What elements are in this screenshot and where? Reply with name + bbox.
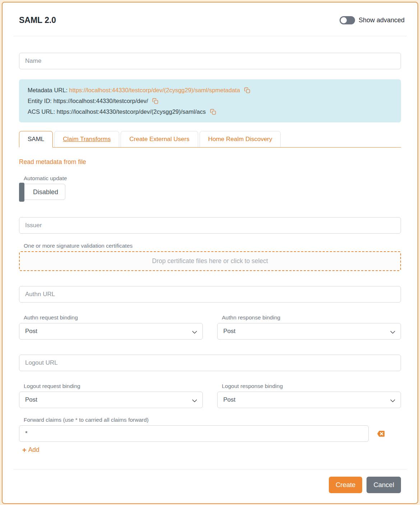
metadata-url-label: Metadata URL: bbox=[28, 87, 67, 93]
page-title: SAML 2.0 bbox=[19, 15, 56, 25]
certificate-dropzone[interactable]: Drop certificate files here or click to … bbox=[19, 251, 401, 271]
authn-response-binding-label: Authn response binding bbox=[222, 314, 401, 321]
automatic-update-state: Disabled bbox=[33, 188, 58, 196]
entity-id-value: https://localhost:44330/testcorp/dev/ bbox=[53, 98, 148, 104]
issuer-input[interactable] bbox=[19, 217, 401, 234]
acs-url-label: ACS URL: bbox=[28, 108, 55, 115]
read-metadata-link[interactable]: Read metadata from file bbox=[19, 158, 86, 166]
certificates-label: One or more signature validation certifi… bbox=[24, 243, 401, 249]
logout-url-input[interactable] bbox=[19, 355, 401, 371]
tab-claim-transforms[interactable]: Claim Transforms bbox=[54, 131, 119, 147]
acs-url-line: ACS URL: https://localhost:44330/testcor… bbox=[28, 106, 392, 117]
tab-bar: SAML Claim Transforms Create External Us… bbox=[19, 131, 401, 148]
copy-icon[interactable] bbox=[244, 87, 250, 93]
tab-create-external-users[interactable]: Create External Users bbox=[121, 131, 198, 147]
authn-request-binding-label: Authn request binding bbox=[24, 314, 203, 321]
authn-request-binding-select[interactable]: Post bbox=[19, 323, 203, 340]
add-claim-button[interactable]: + Add bbox=[22, 446, 39, 454]
forward-claims-label: Forward claims (use * to carried all cla… bbox=[24, 417, 401, 423]
show-advanced-label: Show advanced bbox=[359, 17, 405, 24]
selected-value: Post bbox=[223, 396, 235, 403]
toggle-knob bbox=[341, 17, 347, 23]
logout-request-binding-field: Logout request binding Post bbox=[19, 383, 203, 408]
automatic-update-label: Automatic update bbox=[24, 175, 401, 182]
metadata-info-box: Metadata URL: https://localhost:44330/te… bbox=[19, 79, 401, 122]
toggle-switch-icon[interactable] bbox=[340, 16, 355, 24]
logout-request-binding-label: Logout request binding bbox=[24, 383, 203, 389]
logout-request-binding-select[interactable]: Post bbox=[19, 392, 203, 408]
logout-response-binding-select[interactable]: Post bbox=[217, 392, 401, 408]
chevron-down-icon bbox=[192, 329, 197, 334]
toggle-handle-icon bbox=[19, 183, 24, 202]
tab-home-realm-discovery[interactable]: Home Realm Discovery bbox=[200, 131, 281, 147]
copy-icon[interactable] bbox=[210, 109, 216, 115]
logout-response-binding-field: Logout response binding Post bbox=[217, 383, 401, 408]
dropzone-text: Drop certificate files here or click to … bbox=[152, 257, 268, 265]
metadata-url-link[interactable]: https://localhost:44330/testcorp/dev/(2c… bbox=[69, 87, 240, 93]
authn-request-binding-field: Authn request binding Post bbox=[19, 314, 203, 340]
backspace-remove-icon[interactable] bbox=[377, 430, 385, 438]
plus-icon: + bbox=[22, 446, 27, 454]
card-header: SAML 2.0 Show advanced bbox=[13, 3, 407, 36]
logout-binding-row: Logout request binding Post Logout respo… bbox=[19, 383, 401, 408]
chevron-down-icon bbox=[390, 397, 395, 402]
selected-value: Post bbox=[25, 396, 37, 403]
authn-response-binding-select[interactable]: Post bbox=[217, 323, 401, 340]
authn-url-input[interactable] bbox=[19, 286, 401, 303]
forward-claims-input[interactable] bbox=[19, 425, 369, 442]
name-input[interactable] bbox=[19, 53, 401, 69]
card-footer: Create Cancel bbox=[13, 469, 407, 503]
authn-response-binding-field: Authn response binding Post bbox=[217, 314, 401, 340]
metadata-url-line: Metadata URL: https://localhost:44330/te… bbox=[28, 85, 392, 95]
create-button[interactable]: Create bbox=[329, 477, 363, 493]
saml-config-card: SAML 2.0 Show advanced Metadata URL: htt… bbox=[2, 2, 418, 504]
authn-binding-row: Authn request binding Post Authn respons… bbox=[19, 314, 401, 340]
entity-id-line: Entity ID: https://localhost:44330/testc… bbox=[28, 95, 392, 106]
copy-icon[interactable] bbox=[152, 98, 158, 104]
automatic-update-toggle[interactable]: Disabled bbox=[19, 184, 65, 200]
entity-id-label: Entity ID: bbox=[28, 98, 52, 104]
acs-url-value: https://localhost:44330/testcorp/dev/(2c… bbox=[57, 108, 206, 115]
cancel-button[interactable]: Cancel bbox=[367, 477, 401, 493]
forward-claims-row bbox=[19, 425, 401, 442]
chevron-down-icon bbox=[192, 397, 197, 402]
add-claim-label: Add bbox=[28, 446, 39, 454]
selected-value: Post bbox=[223, 328, 235, 335]
show-advanced-toggle[interactable]: Show advanced bbox=[340, 16, 405, 24]
saml-form: Metadata URL: https://localhost:44330/te… bbox=[13, 53, 407, 454]
chevron-down-icon bbox=[390, 329, 395, 334]
selected-value: Post bbox=[25, 328, 37, 335]
tab-saml[interactable]: SAML bbox=[19, 131, 53, 148]
logout-response-binding-label: Logout response binding bbox=[222, 383, 401, 389]
